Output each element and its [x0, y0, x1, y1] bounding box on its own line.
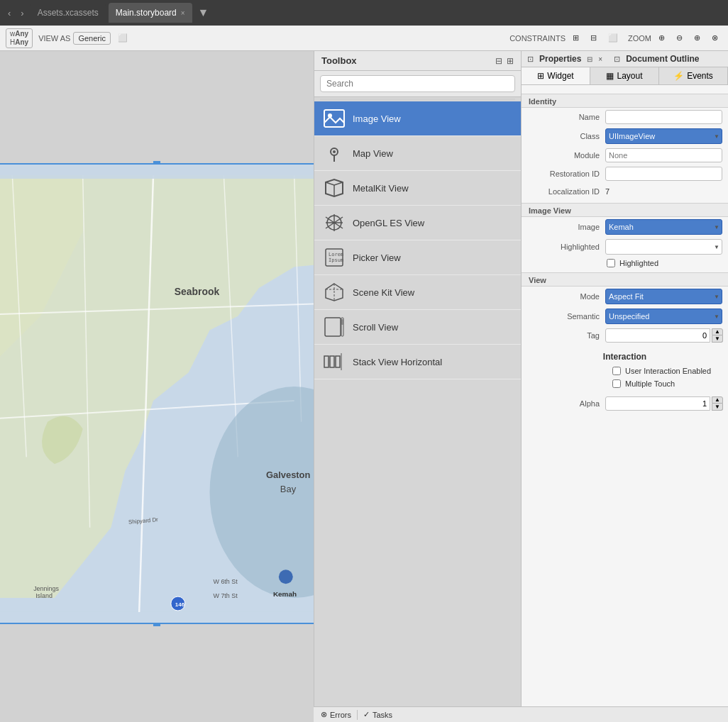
generic-btn[interactable]: Generic [73, 32, 111, 45]
tab-main-label: Main.storyboard [116, 8, 177, 18]
widget-tab-icon: ⊞ [537, 71, 544, 81]
svg-rect-44 [330, 356, 334, 367]
props-expand-btn[interactable]: × [598, 55, 602, 63]
add-constraint-btn[interactable]: ⊞ [568, 32, 583, 44]
toolbox-item-scroll-view[interactable]: Scroll View [314, 310, 521, 345]
tab-assets[interactable]: Assets.xcassets [31, 3, 106, 23]
events-tab-label: Events [687, 71, 713, 81]
tab-main-storyboard[interactable]: Main.storyboard × [109, 3, 192, 23]
tab-close-btn[interactable]: × [181, 9, 185, 17]
tab-widget[interactable]: ⊞ Widget [522, 67, 590, 84]
svg-rect-28 [324, 110, 344, 127]
nav-forward-btn[interactable]: › [17, 6, 27, 20]
toolbox-item-opengl-view[interactable]: OpenGL ES View [314, 206, 521, 240]
tasks-btn[interactable]: ✓ Tasks [363, 710, 392, 719]
tasks-label: Tasks [373, 711, 392, 719]
zoom-reset-btn[interactable]: ⊗ [707, 32, 722, 44]
toolbox-item-scenekit-view[interactable]: Scene Kit View [314, 275, 521, 310]
toolbox-item-stack-view-h[interactable]: Stack View Horizontal [314, 345, 521, 379]
semantic-select[interactable]: Unspecified [605, 309, 722, 324]
toolbox-item-label-scroll-view: Scroll View [353, 322, 398, 333]
field-module-row: Module [522, 146, 728, 165]
svg-text:Jennings: Jennings [33, 585, 59, 592]
svg-point-31 [333, 150, 336, 153]
highlighted-select[interactable] [605, 239, 722, 255]
zoom-out-btn[interactable]: ⊖ [672, 32, 687, 44]
view-as-section: VIEW AS Generic ⬜ [38, 32, 132, 45]
canvas-area[interactable]: Carrier 📶 [0, 51, 314, 722]
image-select[interactable]: Kemah [605, 219, 722, 235]
errors-btn[interactable]: ⊗ Errors [321, 710, 351, 719]
toolbox-item-image-view[interactable]: Image View [314, 101, 521, 136]
zoom-section: ZOOM ⊕ ⊖ ⊕ ⊗ [628, 32, 722, 44]
restoration-id-input[interactable] [605, 167, 722, 181]
toolbox-title: Toolbox [321, 55, 357, 66]
zoom-fit-btn[interactable]: ⊕ [654, 32, 669, 44]
tab-events[interactable]: ⚡ Events [659, 67, 728, 84]
toolbox-item-map-view[interactable]: Map View [314, 136, 521, 171]
tag-input[interactable] [605, 328, 710, 343]
svg-text:Seabrook: Seabrook [175, 286, 220, 297]
alpha-increment-btn[interactable]: ▲ [712, 396, 723, 404]
toolbox-collapse-btn[interactable]: ⊟ [495, 56, 502, 66]
field-localization-value: 7 [605, 187, 722, 196]
multiple-touch-checkbox[interactable] [612, 379, 621, 388]
toolbox-item-picker-view[interactable]: LoremIpsum Picker View [314, 240, 521, 275]
user-interaction-label: User Interaction Enabled [625, 367, 711, 375]
user-interaction-checkbox[interactable] [612, 367, 621, 375]
alpha-input[interactable] [605, 396, 710, 411]
tab-bar: ‹ › Assets.xcassets Main.storyboard × ▼ [0, 0, 728, 26]
tab-add-btn[interactable]: ▼ [195, 6, 212, 19]
svg-rect-40 [325, 318, 341, 336]
zoom-in-btn[interactable]: ⊕ [690, 32, 705, 44]
size-class-selector[interactable]: wAny HAny [6, 28, 33, 48]
toolbox-expand-btn[interactable]: ⊞ [507, 56, 514, 66]
props-content: Identity Name Class UIImageView [522, 85, 728, 706]
search-input[interactable] [320, 75, 515, 92]
svg-point-24 [279, 570, 293, 584]
class-select[interactable]: UIImageView [605, 128, 722, 144]
toolbox-item-metalkit-view[interactable]: MetalKit View [314, 171, 521, 206]
toolbox-panel: Toolbox ⊟ ⊞ Image View [314, 51, 521, 706]
field-name-label: Name [527, 113, 605, 121]
field-image-wrap: Kemah [605, 219, 722, 235]
main-layout: Carrier 📶 [0, 51, 728, 722]
toolbox-item-label-picker-view: Picker View [353, 252, 401, 263]
constraint-layout-btn[interactable]: ⬜ [604, 32, 622, 44]
tag-decrement-btn[interactable]: ▼ [712, 335, 723, 343]
frame-toggle-btn[interactable]: ⬜ [114, 32, 132, 44]
props-header: ⊡ Properties ⊟ × ⊡ Document Outline [522, 51, 728, 67]
scroll-view-icon [323, 316, 346, 338]
toolbox-item-label-image-view: Image View [353, 113, 401, 124]
remove-constraint-btn[interactable]: ⊟ [586, 32, 601, 44]
field-restoration-label: Restoration ID [527, 170, 605, 178]
tab-layout[interactable]: ▦ Layout [590, 67, 659, 84]
field-highlighted-label: Highlighted [527, 243, 605, 251]
toolbox-item-label-map-view: Map View [353, 148, 393, 159]
layout-tab-label: Layout [617, 71, 642, 81]
alpha-decrement-btn[interactable]: ▼ [712, 404, 723, 411]
toolbar: wAny HAny VIEW AS Generic ⬜ CONSTRAINTS … [0, 26, 728, 51]
field-highlighted-wrap [605, 239, 722, 255]
toolbox-divider [320, 99, 515, 100]
field-class-row: Class UIImageView [522, 126, 728, 146]
device-frame[interactable]: Carrier 📶 [0, 163, 314, 624]
widget-tab-label: Widget [547, 71, 573, 81]
toolbox-list: Image View Map View MetalK [314, 101, 521, 706]
module-input[interactable] [605, 148, 722, 162]
constraints-section: CONSTRAINTS ⊞ ⊟ ⬜ [509, 32, 622, 44]
nav-back-btn[interactable]: ‹ [4, 6, 14, 20]
name-input[interactable] [605, 110, 722, 124]
multiple-touch-label: Multiple Touch [625, 379, 675, 388]
stack-view-h-icon [323, 350, 346, 373]
mode-select[interactable]: Aspect Fit [605, 289, 722, 304]
field-mode-wrap: Aspect Fit [605, 289, 722, 304]
tag-increment-btn[interactable]: ▲ [712, 328, 723, 335]
highlighted-checkbox[interactable] [607, 259, 615, 267]
image-view-section-header: Image View [522, 203, 728, 217]
field-image-label: Image [527, 223, 605, 231]
field-mode-label: Mode [527, 292, 605, 301]
svg-text:W 7th St: W 7th St [213, 592, 238, 599]
field-alpha-row: Alpha ▲ ▼ [522, 394, 728, 413]
props-close-btn[interactable]: ⊟ [587, 55, 592, 63]
